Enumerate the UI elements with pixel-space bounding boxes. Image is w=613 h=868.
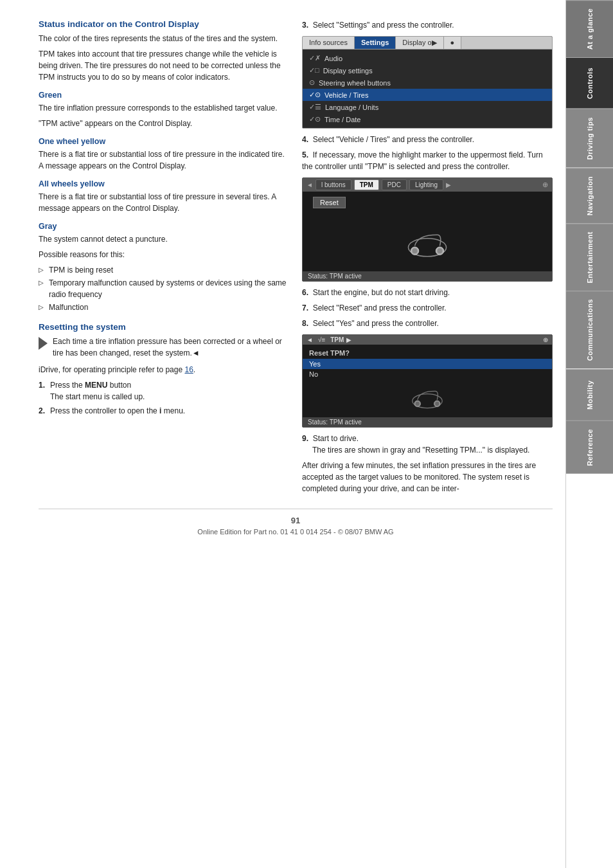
reset-steps-list: 1. Press the MENU button The start menu … [39,379,289,417]
menu-time: ✓⊙ Time / Date [303,113,552,125]
svg-point-8 [416,402,420,406]
step9-sub: The tires are shown in gray and "Resetti… [302,444,553,456]
page-number: 91 [39,516,553,525]
one-wheel-heading: One wheel yellow [39,137,289,146]
tab-dot: ● [444,37,462,49]
tpm-bar: ◄ l buttons TPM PDC Lighting ▶ ⊕ [303,178,552,192]
green-heading: Green [39,91,289,100]
gray-bullet-1: TPM is being reset [39,264,289,276]
section1-para2: TPM takes into account that tire pressur… [39,48,289,83]
tab-settings: Settings [355,37,396,49]
left-column: Status indicator on the Control Display … [39,19,289,498]
gray-para2: Possible reasons for this: [39,249,289,260]
menu-audio: ✓✗ Audio [303,52,552,64]
menu-language: ✓☰ Language / Units [303,101,552,113]
svg-point-9 [435,402,439,406]
reset-no-option[interactable]: No [303,369,552,379]
gray-para1: The system cannot detect a puncture. [39,233,289,245]
sidebar-tab-reference[interactable]: Reference [566,420,613,474]
note-triangle-icon [39,337,48,350]
reset-status-bar: Status: TPM active [303,417,552,427]
step8-text: 8. Select "Yes" and press the controller… [302,318,553,329]
all-wheels-para: There is a flat tire or substantial loss… [39,191,289,214]
sidebar-tab-controls[interactable]: Controls [566,57,613,109]
footer-text: Online Edition for Part no. 01 41 0 014 … [197,528,393,536]
reset-yes-option[interactable]: Yes [303,359,552,369]
section2-heading: Resetting the system [39,322,289,332]
car-diagram [402,220,453,265]
svg-point-3 [413,248,418,253]
step9-text: 9. Start to drive. The tires are shown i… [302,433,553,456]
gray-bullet-3: Malfunction [39,302,289,313]
tab-display: Display o▶ [396,37,443,49]
page-footer: 91 Online Edition for Part no. 01 41 0 0… [39,509,553,536]
right-column: 3. Select "Settings" and press the contr… [302,19,553,498]
reset-tpm-title: Reset TPM? [303,347,552,359]
step4-text: 4. Select "Vehicle / Tires" and press th… [302,134,553,145]
menu-steering: ⊙ Steering wheel buttons [303,77,552,89]
reset-menu: Reset TPM? Yes No [303,345,552,417]
tpm-power-icon: ⊕ [542,181,548,189]
reset-car-diagram [405,379,450,415]
step7-text: 7. Select "Reset" and press the controll… [302,302,553,314]
idrive-link[interactable]: 16 [184,365,193,374]
green-para2: "TPM active" appears on the Control Disp… [39,118,289,129]
gray-bullet-2: Temporary malfunction caused by systems … [39,277,289,300]
screen1-tab-bar: Info sources Settings Display o▶ ● [303,37,552,50]
idrive-note: iDrive, for operating principle refer to… [39,364,289,375]
sidebar-tab-communications[interactable]: Communications [566,291,613,368]
gray-heading: Gray [39,222,289,231]
tpm-status-bar: Status: TPM active [303,271,552,281]
all-wheels-heading: All wheels yellow [39,179,289,188]
final-para: After driving a few minutes, the set inf… [302,460,553,494]
step3-text: 3. Select "Settings" and press the contr… [302,19,553,31]
car-display-area [303,213,552,271]
step6-text: 6. Start the engine, but do not start dr… [302,287,553,298]
reset-button[interactable]: Reset [313,197,346,208]
menu-vehicle-tires: ✓⊙ Vehicle / Tires [303,89,552,101]
sidebar-tab-mobility[interactable]: Mobility [566,369,613,420]
note-box: Each time a tire inflation pressure has … [39,336,289,359]
sidebar-tab-driving-tips[interactable]: Driving tips [566,109,613,168]
btn-l-buttons: l buttons [315,179,351,190]
green-para1: The tire inflation pressure corresponds … [39,102,289,114]
reset-top-bar: ◄ √≡ TPM ▶ ⊕ [303,335,552,345]
menu-display-settings: ✓□ Display settings [303,64,552,77]
main-content: Status indicator on the Control Display … [0,0,565,868]
section1-para1: The color of the tires represents the st… [39,33,289,44]
step-1: 1. Press the MENU button The start menu … [39,379,289,402]
btn-lighting: Lighting [409,179,443,190]
section1-heading: Status indicator on the Control Display [39,19,289,29]
step-1-sub: The start menu is called up. [50,392,145,401]
svg-point-4 [438,248,443,253]
reset-tpm-screen: ◄ √≡ TPM ▶ ⊕ Reset TPM? Yes No [302,334,553,428]
right-sidebar: At a glance Controls Driving tips Naviga… [565,0,613,868]
one-wheel-para: There is a flat tire or substantial loss… [39,149,289,172]
gray-bullet-list: TPM is being reset Temporary malfunction… [39,264,289,313]
settings-screen: Info sources Settings Display o▶ ● ✓✗ Au… [302,36,553,129]
tab-info-sources: Info sources [303,37,355,49]
step-2: 2. Press the controller to open the i me… [39,405,289,417]
note-text: Each time a tire inflation pressure has … [53,336,289,359]
btn-pdc: PDC [382,179,407,190]
step-2-text: Press the controller to open the i menu. [50,406,185,415]
btn-tpm: TPM [354,179,379,190]
sidebar-tab-entertainment[interactable]: Entertainment [566,223,613,291]
sidebar-tab-navigation[interactable]: Navigation [566,168,613,223]
step5-text: 5. If necessary, move the highlight mark… [302,149,553,172]
reset-car-area [303,379,552,415]
reset-button-area: Reset [303,192,552,213]
tpm-screen: ◄ l buttons TPM PDC Lighting ▶ ⊕ Reset [302,177,553,282]
sidebar-tab-at-a-glance[interactable]: At a glance [566,0,613,57]
screen1-body: ✓✗ Audio ✓□ Display settings ⊙ Steering … [303,50,552,128]
